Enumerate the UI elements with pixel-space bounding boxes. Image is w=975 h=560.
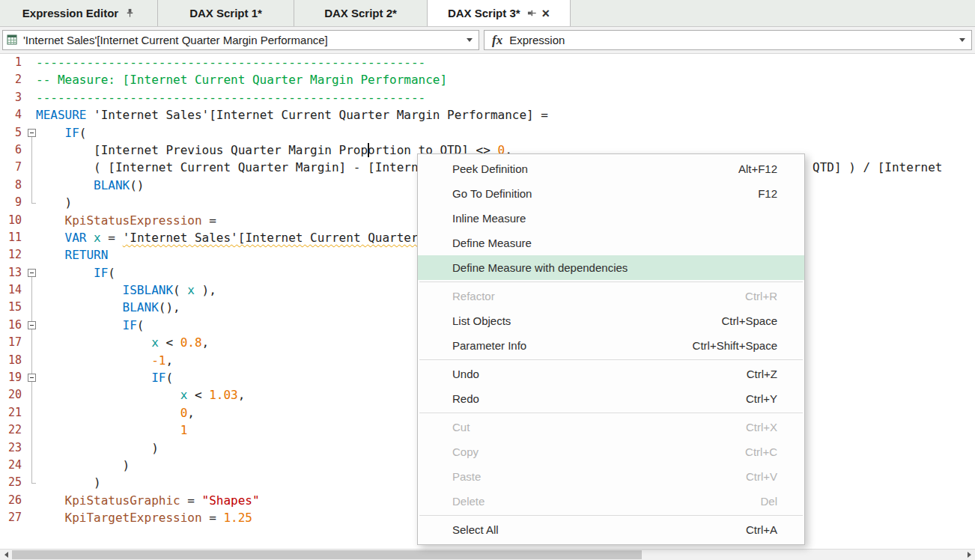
- tab-dax-script-2[interactable]: DAX Script 2*: [294, 0, 428, 26]
- line-number: 23: [0, 439, 27, 457]
- menu-item-shortcut: F12: [758, 187, 777, 200]
- code-line-4: MEASURE 'Internet Sales'[Internet Curren…: [36, 106, 975, 124]
- property-selector-value: Expression: [509, 34, 955, 46]
- line-number: 20: [0, 386, 27, 404]
- menu-item-parameter-info[interactable]: Parameter InfoCtrl+Shift+Space: [418, 333, 804, 358]
- menu-item-list-objects[interactable]: List ObjectsCtrl+Space: [418, 308, 804, 333]
- code-token: -1: [151, 353, 165, 368]
- code-token: ,: [187, 406, 195, 420]
- code-token: 0: [180, 406, 188, 420]
- menu-item-shortcut: Ctrl+A: [746, 523, 777, 536]
- menu-item-label: Define Measure: [452, 237, 777, 249]
- property-selector-dropdown[interactable]: fx Expression: [484, 30, 972, 50]
- pin-icon[interactable]: [527, 8, 537, 18]
- fold-collapse-icon[interactable]: [28, 374, 36, 382]
- close-icon[interactable]: ×: [542, 7, 550, 20]
- fold-collapse-icon[interactable]: [28, 321, 36, 329]
- menu-item-redo[interactable]: RedoCtrl+Y: [418, 386, 804, 411]
- line-number: 2: [0, 71, 27, 88]
- line-number-gutter: 1234567891011121314151617181920212223242…: [0, 54, 27, 527]
- menu-item-delete: DeleteDel: [418, 489, 804, 514]
- code-token: [36, 318, 123, 332]
- code-token: 1: [180, 423, 188, 437]
- menu-item-peek-definition[interactable]: Peek DefinitionAlt+F12: [418, 156, 804, 181]
- menu-item-label: Copy: [452, 445, 745, 458]
- line-number: 15: [0, 299, 27, 316]
- code-token: [36, 126, 65, 140]
- object-selector-dropdown[interactable]: 'Internet Sales'[Internet Current Quarte…: [2, 30, 479, 50]
- scrollbar-right-arrow[interactable]: [963, 550, 975, 560]
- tab-label: DAX Script 3*: [448, 7, 520, 19]
- tab-dax-script-1[interactable]: DAX Script 1*: [158, 0, 294, 26]
- code-token: (: [173, 283, 187, 297]
- menu-item-label: Delete: [452, 495, 760, 508]
- menu-item-shortcut: Ctrl+V: [746, 470, 777, 483]
- code-token: x: [151, 335, 159, 350]
- menu-item-label: Cut: [452, 421, 746, 433]
- code-token: [36, 283, 123, 297]
- menu-item-shortcut: Alt+F12: [738, 162, 777, 175]
- menu-separator: [419, 413, 803, 413]
- menu-item-select-all[interactable]: Select AllCtrl+A: [418, 517, 804, 542]
- menu-item-shortcut: Ctrl+Y: [746, 392, 777, 405]
- code-token: KpiStatusGraphic: [65, 493, 180, 508]
- code-token: [36, 388, 180, 402]
- code-token: [36, 213, 65, 228]
- menu-item-undo[interactable]: UndoCtrl+Z: [418, 362, 804, 386]
- line-number: 5: [0, 124, 27, 141]
- code-token: ( [Internet Current Quarter Margin] - [I…: [36, 160, 433, 174]
- fold-end-tick: [31, 483, 36, 484]
- menu-item-label: Inline Measure: [452, 212, 777, 225]
- menu-item-shortcut: Ctrl+Shift+Space: [693, 339, 777, 352]
- tab-dax-script-3[interactable]: DAX Script 3*×: [428, 0, 571, 26]
- code-token: <: [159, 335, 180, 350]
- code-line-5: IF(: [36, 124, 975, 141]
- line-number: 26: [0, 492, 27, 509]
- tab-label: Expression Editor: [22, 7, 118, 19]
- fold-collapse-icon[interactable]: [28, 269, 36, 277]
- dropdown-arrow-icon[interactable]: [959, 38, 965, 42]
- menu-item-inline-measure[interactable]: Inline Measure: [418, 206, 804, 231]
- line-number: 4: [0, 106, 27, 124]
- menu-item-define-measure-with-dependencies[interactable]: Define Measure with dependencies: [418, 255, 804, 280]
- code-token: 1.25: [223, 511, 252, 525]
- scrollbar-left-arrow[interactable]: [0, 550, 12, 560]
- code-token: MEASURE: [36, 108, 86, 122]
- line-number: 19: [0, 369, 27, 386]
- line-number: 1: [0, 54, 27, 71]
- tab-bar: Expression EditorDAX Script 1*DAX Script…: [0, 0, 975, 27]
- line-number: 8: [0, 177, 27, 194]
- code-token: =: [101, 231, 123, 245]
- menu-item-shortcut: Ctrl+Z: [747, 368, 777, 380]
- code-token: (: [165, 371, 173, 385]
- line-number: 25: [0, 474, 27, 491]
- menu-item-refactor: RefactorCtrl+R: [418, 284, 804, 308]
- code-token: 1.03: [209, 388, 238, 402]
- code-token: ,: [165, 353, 173, 368]
- measure-icon: [7, 34, 18, 46]
- menu-item-define-measure[interactable]: Define Measure: [418, 231, 804, 255]
- code-token: [36, 248, 65, 262]
- menu-item-go-to-definition[interactable]: Go To DefinitionF12: [418, 181, 804, 206]
- code-token: "Shapes": [202, 493, 260, 508]
- code-token: [36, 511, 65, 525]
- line-number: 3: [0, 89, 27, 106]
- menu-item-shortcut: Ctrl+Space: [721, 314, 777, 327]
- code-token: BLANK: [94, 178, 130, 192]
- code-token: [36, 353, 151, 368]
- scrollbar-thumb[interactable]: [12, 550, 642, 559]
- tab-expression-editor[interactable]: Expression Editor: [0, 0, 158, 26]
- code-token: ): [36, 195, 72, 210]
- fold-collapse-icon[interactable]: [28, 129, 36, 137]
- tab-label: DAX Script 1*: [189, 7, 262, 19]
- toolbar: 'Internet Sales'[Internet Current Quarte…: [0, 27, 975, 54]
- code-token: (): [130, 178, 144, 192]
- dropdown-arrow-icon[interactable]: [467, 38, 473, 42]
- code-token: [36, 266, 94, 280]
- horizontal-scrollbar[interactable]: [0, 549, 975, 560]
- menu-item-shortcut: Del: [760, 495, 777, 508]
- line-number: 21: [0, 404, 27, 421]
- code-token: ,: [238, 388, 246, 402]
- pin-icon[interactable]: [125, 8, 135, 18]
- line-number: 22: [0, 421, 27, 439]
